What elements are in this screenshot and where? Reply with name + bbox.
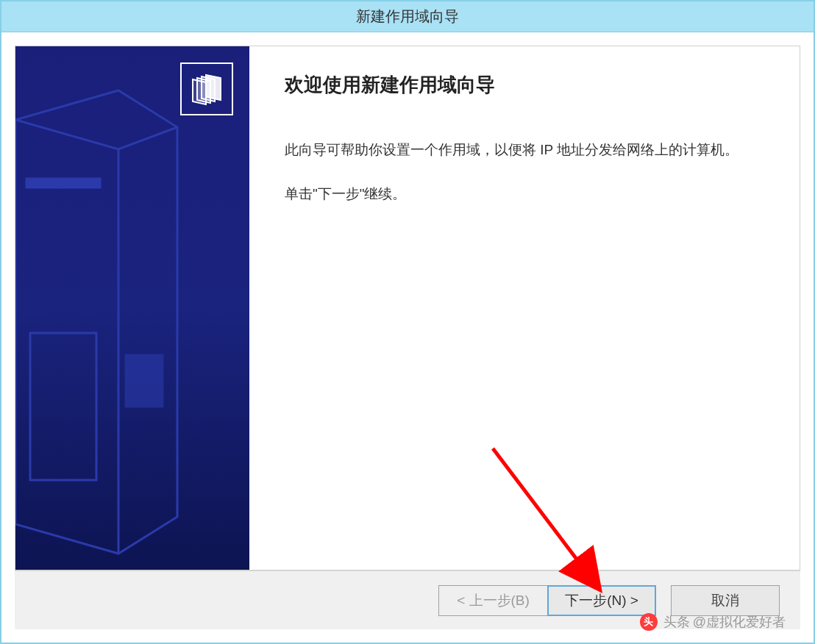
back-button: < 上一步(B): [438, 585, 547, 616]
next-button[interactable]: 下一步(N) >: [547, 585, 656, 616]
svg-rect-0: [126, 355, 163, 407]
wizard-description: 此向导可帮助你设置一个作用域，以便将 IP 地址分发给网络上的计算机。: [285, 138, 764, 162]
folder-icon: [180, 62, 233, 115]
wizard-content: 欢迎使用新建作用域向导 此向导可帮助你设置一个作用域，以便将 IP 地址分发给网…: [249, 46, 800, 570]
nav-button-group: < 上一步(B) 下一步(N) >: [438, 585, 656, 616]
titlebar: 新建作用域向导: [1, 1, 814, 32]
wizard-heading: 欢迎使用新建作用域向导: [285, 72, 764, 98]
window-title: 新建作用域向导: [356, 7, 459, 26]
wizard-sidebar: [15, 46, 249, 570]
svg-rect-1: [26, 179, 100, 187]
cancel-button[interactable]: 取消: [671, 585, 780, 616]
svg-rect-2: [30, 333, 96, 480]
wizard-instruction: 单击"下一步"继续。: [285, 182, 764, 206]
server-graphic: [15, 76, 207, 570]
wizard-window: 新建作用域向导: [0, 0, 815, 644]
wizard-footer: < 上一步(B) 下一步(N) > 取消: [15, 570, 800, 629]
inner-panel: 欢迎使用新建作用域向导 此向导可帮助你设置一个作用域，以便将 IP 地址分发给网…: [15, 46, 800, 570]
content-wrapper: 欢迎使用新建作用域向导 此向导可帮助你设置一个作用域，以便将 IP 地址分发给网…: [1, 32, 814, 570]
